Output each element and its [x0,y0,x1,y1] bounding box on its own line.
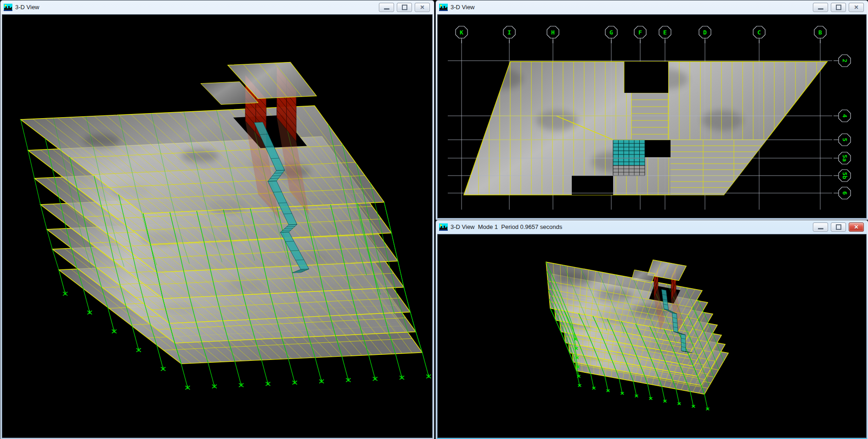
plan-view-canvas[interactable]: KIHGFEDCB2455a5b6 [438,15,866,218]
titlebar[interactable]: 3-D View Mode 1 Period 0.9657 seconds ✕ [436,220,868,234]
restore-icon [402,5,407,10]
row-grid-label: 5b [841,172,848,179]
minimize-button[interactable] [813,3,828,12]
titlebar[interactable]: 3-D View ✕ [0,0,434,14]
close-button[interactable]: ✕ [849,3,864,12]
minimize-button[interactable] [813,222,828,232]
minimize-button[interactable] [379,3,394,12]
3d-view-icon [439,223,448,231]
row-grid-label: 2 [841,59,848,63]
window-3d-view: 3-D View ✕ [0,0,434,439]
restore-icon [836,224,841,230]
3d-view-canvas[interactable] [2,15,432,438]
restore-button[interactable] [831,3,846,12]
close-icon: ✕ [854,5,858,10]
restore-icon [836,5,841,10]
row-grid-label: 6 [841,191,848,195]
close-button[interactable]: ✕ [849,222,864,232]
3d-viewport[interactable] [2,14,433,438]
3d-view-icon [439,4,448,11]
close-icon: ✕ [420,5,424,10]
close-button[interactable]: ✕ [415,3,430,12]
row-grid-label: 4 [841,114,848,118]
window-title: 3-D View [451,4,475,11]
mode-viewport[interactable] [437,234,867,438]
column-grid-label: B [818,29,822,36]
titlebar[interactable]: 3-D View ✕ [436,0,868,14]
window-title: 3-D View Mode 1 Period 0.9657 seconds [451,223,562,230]
minimize-icon [818,8,823,10]
stair-core [613,140,645,176]
3d-view-icon [4,4,12,11]
minimize-icon [818,228,823,229]
restore-button[interactable] [397,3,412,12]
mode-view-canvas[interactable] [438,234,866,438]
column-grid-label: I [507,29,511,36]
close-icon: ✕ [854,224,858,230]
restore-button[interactable] [831,222,846,232]
window-mode-view: 3-D View Mode 1 Period 0.9657 seconds ✕ [435,220,868,439]
row-grid-label: 5 [841,138,848,142]
window-plan-view: 3-D View ✕ KIHGFEDCB2455a5b6 [435,0,868,220]
window-title: 3-D View [15,4,39,11]
column-grid-label: D [703,29,707,36]
plan-viewport[interactable]: KIHGFEDCB2455a5b6 [437,14,867,218]
column-grid-label: K [460,29,463,36]
column-grid-label: H [551,29,555,36]
column-grid-label: G [609,29,613,36]
column-grid-label: E [663,29,667,36]
row-grid-label: 5a [841,154,848,162]
minimize-icon [384,8,389,10]
column-grid-label: F [638,29,642,36]
column-grid-label: C [757,29,761,36]
etabs-workspace: { "windows": { "left": { "title": "3-D V… [0,0,868,439]
